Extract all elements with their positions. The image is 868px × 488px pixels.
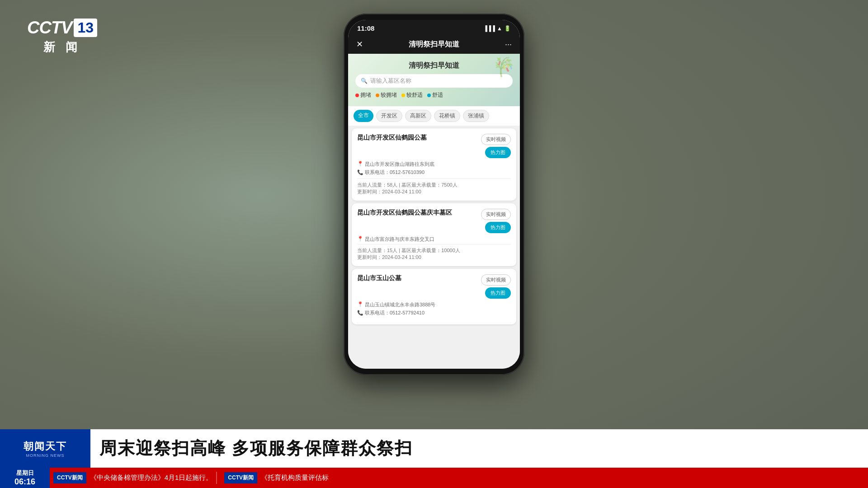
- card-1-name: 昆山市开发区仙鹤园公墓: [357, 134, 477, 142]
- ticker-datetime: 星期日 06:16: [0, 468, 50, 488]
- news-header: 朝闻天下 MORNING NEWS 周末迎祭扫高峰 多项服务保障群众祭扫: [0, 429, 868, 468]
- app-header: ✕ 清明祭扫早知道 ···: [348, 35, 520, 54]
- filter-tab-huaqiao[interactable]: 花桥镇: [434, 110, 460, 122]
- legend-label-easy: 舒适: [432, 91, 443, 99]
- card-2-header: 昆山市开发区仙鹤园公墓庆丰墓区 实时视频 热力图: [357, 209, 511, 233]
- location-icon-2: 📍: [357, 236, 363, 242]
- news-program-subtitle: MORNING NEWS: [26, 453, 65, 458]
- cemetery-card-3: 昆山市玉山公墓 实时视频 热力图 📍 昆山玉山镇城北永丰余路3888号 📞 联系…: [352, 269, 516, 324]
- card-3-address: 📍 昆山玉山镇城北永丰余路3888号: [357, 301, 511, 308]
- ticker-source-1: CCTV新闻: [53, 472, 86, 483]
- card-1-stats: 当前人流量：58人 | 墓区最大承载量：7500人 更新时间：2024-03-2…: [357, 178, 511, 195]
- card-2-name: 昆山市开发区仙鹤园公墓庆丰墓区: [357, 209, 477, 217]
- ticker-text-2: 《托育机构质量评估标: [261, 474, 329, 482]
- location-icon-3: 📍: [357, 301, 363, 307]
- card-1-phone: 📞 联系电话：0512-57610390: [357, 169, 511, 176]
- status-bar: 11:08 ▐▐▐ ▲ 🔋: [348, 20, 520, 35]
- app-content: 🎋 清明祭扫早知道 🔍 请输入墓区名称 拥堵 较拥堵: [348, 54, 520, 369]
- legend-item-comfortable: 较舒适: [401, 91, 423, 99]
- legend-dot-comfortable: [401, 94, 405, 97]
- card-1-map-btn[interactable]: 热力图: [485, 147, 511, 158]
- cctv-text: CCTV: [27, 18, 72, 38]
- phone-icon-1: 📞: [357, 169, 363, 175]
- card-1-buttons: 实时视频 热力图: [481, 134, 511, 158]
- cemetery-card-1: 昆山市开发区仙鹤园公墓 实时视频 热力图 📍 昆山市开发区微山湖路往东到底 📞 …: [352, 128, 516, 201]
- phone-frame: 11:08 ▐▐▐ ▲ 🔋 ✕ 清明祭扫早知道 ··· 🎋 清明祭扫早知道: [344, 14, 524, 375]
- banner-title: 清明祭扫早知道: [355, 61, 513, 70]
- battery-icon: 🔋: [504, 25, 511, 32]
- legend-label-congested: 拥堵: [360, 91, 371, 99]
- legend: 拥堵 较拥堵 较舒适 舒适: [355, 91, 513, 99]
- card-3-name: 昆山市玉山公墓: [357, 274, 477, 282]
- top-banner: 🎋 清明祭扫早知道 🔍 请输入墓区名称 拥堵 较拥堵: [348, 54, 520, 106]
- ticker-content: CCTV新闻 《中央储备棉管理办法》4月1日起施行。 CCTV新闻 《托育机构质…: [50, 468, 868, 488]
- search-icon: 🔍: [361, 78, 368, 84]
- signal-icon: ▐▐▐: [484, 25, 495, 32]
- ticker-source-2: CCTV新闻: [224, 472, 257, 483]
- search-placeholder-text: 请输入墓区名称: [370, 77, 411, 85]
- phone-device: 11:08 ▐▐▐ ▲ 🔋 ✕ 清明祭扫早知道 ··· 🎋 清明祭扫早知道: [344, 14, 524, 375]
- cemetery-card-2: 昆山市开发区仙鹤园公墓庆丰墓区 实时视频 热力图 📍 昆山市富尔路与庆丰东路交叉…: [352, 203, 516, 266]
- filter-tab-hightech[interactable]: 高新区: [405, 110, 431, 122]
- card-1-update: 更新时间：2024-03-24 11:00: [357, 188, 511, 195]
- ticker-divider: [216, 472, 217, 484]
- ticker-time: 06:16: [14, 477, 35, 487]
- legend-dot-easy: [427, 94, 431, 97]
- news-ticker: 星期日 06:16 CCTV新闻 《中央储备棉管理办法》4月1日起施行。 CCT…: [0, 468, 868, 488]
- cctv-logo: CCTV 13 新 闻: [27, 18, 97, 55]
- cctv-channel: 13: [74, 19, 97, 37]
- phone-icon-3: 📞: [357, 310, 363, 316]
- card-3-buttons: 实时视频 热力图: [481, 274, 511, 299]
- legend-label-somewhat-congested: 较拥堵: [381, 91, 397, 99]
- card-3-header: 昆山市玉山公墓 实时视频 热力图: [357, 274, 511, 299]
- card-1-header: 昆山市开发区仙鹤园公墓 实时视频 热力图: [357, 134, 511, 158]
- card-2-live-btn[interactable]: 实时视频: [481, 209, 511, 220]
- card-1-flow: 当前人流量：58人 | 墓区最大承载量：7500人: [357, 182, 511, 188]
- ticker-text-1: 《中央储备棉管理办法》4月1日起施行。: [90, 474, 213, 482]
- card-3-live-btn[interactable]: 实时视频: [481, 274, 511, 286]
- app-title: 清明祭扫早知道: [409, 40, 459, 49]
- card-2-map-btn[interactable]: 热力图: [485, 222, 511, 233]
- legend-label-comfortable: 较舒适: [406, 91, 423, 99]
- card-2-update: 更新时间：2024-03-24 11:00: [357, 254, 511, 261]
- card-3-phone: 📞 联系电话：0512-57792410: [357, 310, 511, 316]
- legend-dot-congested: [355, 94, 359, 97]
- legend-dot-somewhat-congested: [376, 94, 379, 97]
- card-2-stats: 当前人流量：15人 | 墓区最大承载量：10000人 更新时间：2024-03-…: [357, 244, 511, 261]
- card-2-buttons: 实时视频 热力图: [481, 209, 511, 233]
- news-program-title: 朝闻天下: [24, 440, 67, 453]
- wifi-icon: ▲: [497, 25, 502, 32]
- phone-screen: 11:08 ▐▐▐ ▲ 🔋 ✕ 清明祭扫早知道 ··· 🎋 清明祭扫早知道: [348, 20, 520, 369]
- legend-item-somewhat-congested: 较拥堵: [376, 91, 397, 99]
- ticker-day: 星期日: [16, 469, 34, 477]
- menu-icon[interactable]: ···: [505, 40, 512, 49]
- news-headline: 周末迎祭扫高峰 多项服务保障群众祭扫: [90, 429, 868, 468]
- card-2-flow: 当前人流量：15人 | 墓区最大承载量：10000人: [357, 247, 511, 254]
- filter-tab-zhangpu[interactable]: 张浦镇: [463, 110, 489, 122]
- bottom-bar: 朝闻天下 MORNING NEWS 周末迎祭扫高峰 多项服务保障群众祭扫 星期日…: [0, 429, 868, 488]
- bamboo-decoration: 🎋: [491, 54, 517, 79]
- location-icon-1: 📍: [357, 161, 363, 167]
- card-1-address: 📍 昆山市开发区微山湖路往东到底: [357, 161, 511, 168]
- filter-tab-development[interactable]: 开发区: [376, 110, 402, 122]
- legend-item-easy: 舒适: [427, 91, 443, 99]
- search-bar[interactable]: 🔍 请输入墓区名称: [355, 74, 513, 88]
- close-icon[interactable]: ✕: [356, 39, 363, 49]
- status-icons: ▐▐▐ ▲ 🔋: [484, 25, 511, 32]
- cctv-news-label: 新 闻: [43, 39, 81, 55]
- legend-item-congested: 拥堵: [355, 91, 371, 99]
- filter-tab-all[interactable]: 全市: [354, 110, 373, 122]
- card-2-address: 📍 昆山市富尔路与庆丰东路交叉口: [357, 236, 511, 243]
- status-time: 11:08: [357, 24, 374, 32]
- filter-tabs: 全市 开发区 高新区 花桥镇 张浦镇: [348, 106, 520, 126]
- news-logo-block: 朝闻天下 MORNING NEWS: [0, 429, 90, 468]
- card-1-live-btn[interactable]: 实时视频: [481, 134, 511, 145]
- card-3-map-btn[interactable]: 热力图: [485, 287, 511, 299]
